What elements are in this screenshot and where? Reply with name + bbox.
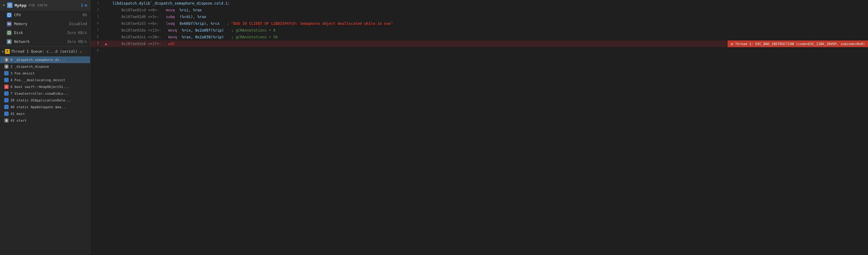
- frame-icon-0: 🗑: [4, 58, 8, 62]
- line-num-5: 5: [90, 27, 103, 34]
- stack-frame-0[interactable]: 🗑 0 _dispatch_semaphore_di...: [0, 56, 90, 63]
- sidebar: ▼ MyApp PID 29079 ℹ ⊞ CPU 0% Memory Disa…: [0, 0, 90, 255]
- frame-icon-4: 👤: [4, 78, 8, 82]
- addr-6: 0x107ae92e1: [113, 35, 146, 39]
- disk-value: Zero KB/s: [67, 31, 87, 35]
- addr-2: 0x107ae92cd: [113, 8, 146, 12]
- offset-7: <+27>:: [146, 42, 163, 46]
- offset-2: <+0>:: [146, 8, 161, 12]
- line-num-8: 8: [90, 47, 103, 54]
- settings-icon[interactable]: ⊞: [85, 3, 87, 8]
- comment-6: ; gCRAnnotations + 56: [231, 35, 278, 39]
- error-badge: ≡ Thread 1: EXC_BAD_INSTRUCTION (code=EX…: [727, 40, 868, 47]
- line-num-3: 3: [90, 13, 103, 20]
- frame-icon-7: 👤: [4, 91, 8, 96]
- gutter-4: [103, 20, 110, 27]
- resources-section: CPU 0% Memory Disabled Disk Zero KB/s Ne…: [0, 11, 90, 46]
- expand-arrow[interactable]: ▼: [3, 4, 5, 7]
- frame-label-6: 6 bool swift::HeapObjectSi...: [10, 85, 69, 89]
- mnemonic-6: movq: [166, 35, 177, 39]
- resource-row-disk: Disk Zero KB/s: [0, 29, 90, 37]
- frame-icon-6: ⚙: [4, 85, 8, 89]
- disk-label: Disk: [14, 31, 65, 35]
- offset-3: <+3>:: [146, 15, 161, 19]
- code-row-7: 7 ▶ 0x107ae92e8 <+27>: ud2 ≡ Thread 1: E…: [90, 40, 868, 47]
- svg-rect-2: [8, 23, 10, 25]
- stack-frame-41[interactable]: 👤 41 main: [0, 110, 90, 117]
- code-area: 1 libdispatch.dylib`_dispatch_semaphore_…: [90, 0, 868, 255]
- svg-rect-1: [8, 14, 10, 16]
- gutter-2: [103, 7, 110, 13]
- stack-frame-2[interactable]: 🗑 2 _dispatch_dispose: [0, 63, 90, 70]
- gutter-1: [103, 0, 110, 7]
- addr-7: 0x107ae92e8: [113, 42, 146, 46]
- frame-label-41: 41 main: [10, 112, 25, 116]
- code-content-5: 0x107ae92da <+13>: movq %rcx, 0x2a00f(%r…: [110, 27, 868, 34]
- thread-label: Thread 1 Queue: c...d (serial): [11, 49, 78, 54]
- stack-frame-6[interactable]: ⚙ 6 bool swift::HeapObjectSi...: [0, 83, 90, 90]
- frame-label-3: 3 Foo.deinit: [10, 71, 35, 75]
- thread-chevron[interactable]: ▼: [2, 50, 4, 53]
- gutter-6: [103, 34, 110, 40]
- code-content-2: 0x107ae92cd <+0>: movq %rsi, %rax: [110, 7, 868, 13]
- gutter-8: [103, 47, 110, 54]
- gutter-7: ▶: [103, 40, 110, 47]
- cpu-icon: [7, 12, 12, 18]
- thread-icon: T: [5, 49, 10, 54]
- header-icons: ℹ ⊞: [81, 3, 87, 8]
- code-content-3: 0x107ae92d0 <+3>: subq (%rdi), %rax: [110, 13, 868, 20]
- app-icon: [7, 2, 12, 8]
- svg-point-3: [8, 32, 10, 34]
- code-row-8: 8: [90, 47, 868, 54]
- network-value: Zero KB/s: [67, 39, 87, 44]
- code-row-6: 6 0x107ae92e1 <+20>: movq %rax, 0x2a038(…: [90, 34, 868, 40]
- code-content-7: 0x107ae92e8 <+27>: ud2: [110, 40, 180, 47]
- resource-row-cpu: CPU 0%: [0, 11, 90, 20]
- warning-icon: ⚠: [80, 49, 82, 54]
- error-badge-text: Thread 1: EXC_BAD_INSTRUCTION (code=EXC_…: [735, 42, 865, 46]
- pid-label: PID 29079: [29, 3, 48, 7]
- addr-5: 0x107ae92da: [113, 28, 146, 32]
- cpu-label: CPU: [14, 13, 80, 17]
- code-row-5: 5 0x107ae92da <+13>: movq %rcx, 0x2a00f(…: [90, 27, 868, 34]
- app-header: ▼ MyApp PID 29079 ℹ ⊞: [0, 0, 90, 11]
- frame-label-4: 4 Foo.__deallocating_deinit: [10, 78, 65, 82]
- stack-frame-43[interactable]: 🗑 43 start: [0, 117, 90, 124]
- code-content-6: 0x107ae92e1 <+20>: movq %rax, 0x2a038(%r…: [110, 34, 868, 40]
- stack-frame-3[interactable]: 👤 3 Foo.deinit: [0, 70, 90, 76]
- frame-icon-39: 👤: [4, 98, 8, 102]
- line-num-7: 7: [90, 40, 103, 47]
- mnemonic-7: ud2: [166, 42, 175, 46]
- mnemonic-2: movq: [164, 8, 175, 12]
- operands-6: %rax, 0x2a038(%rip): [182, 35, 224, 39]
- thread-section-header: ▼ T Thread 1 Queue: c...d (serial) ⚠: [0, 46, 90, 56]
- frame-label-43: 43 start: [10, 119, 27, 123]
- resource-row-network: Network Zero KB/s: [0, 37, 90, 46]
- frame-icon-43: 🗑: [4, 118, 8, 123]
- svg-rect-0: [8, 4, 11, 7]
- offset-4: <+6>:: [146, 22, 161, 26]
- memory-label: Memory: [14, 22, 67, 26]
- code-row-3: 3 0x107ae92d0 <+3>: subq (%rdi), %rax: [90, 13, 868, 20]
- frame-icon-40: 👤: [4, 105, 8, 109]
- line-num-2: 2: [90, 7, 103, 13]
- frame-icon-3: 👤: [4, 71, 8, 75]
- frame-label-39: 39 static UIApplicationDele...: [10, 98, 71, 102]
- stack-frame-40[interactable]: 👤 40 static AppDelegate.$ma...: [0, 104, 90, 110]
- memory-value: Disabled: [69, 22, 87, 26]
- line-num-4: 4: [90, 20, 103, 27]
- frame-label-40: 40 static AppDelegate.$ma...: [10, 105, 67, 109]
- app-name: MyApp: [14, 3, 26, 8]
- gutter-5: [103, 27, 110, 34]
- line-num-1: 1: [90, 0, 103, 7]
- gutter-3: [103, 13, 110, 20]
- offset-6: <+20>:: [146, 35, 163, 39]
- code-row-1: 1 libdispatch.dylib`_dispatch_semaphore_…: [90, 0, 868, 7]
- info-icon[interactable]: ℹ: [81, 3, 83, 8]
- cpu-value: 0%: [83, 13, 87, 17]
- stack-frame-4[interactable]: 👤 4 Foo.__deallocating_deinit: [0, 76, 90, 83]
- main-content: 1 libdispatch.dylib`_dispatch_semaphore_…: [90, 0, 868, 255]
- mnemonic-5: movq: [166, 28, 177, 32]
- stack-frame-7[interactable]: 👤 7 ViewController.viewDidLo...: [0, 90, 90, 97]
- stack-frame-39[interactable]: 👤 39 static UIApplicationDele...: [0, 97, 90, 104]
